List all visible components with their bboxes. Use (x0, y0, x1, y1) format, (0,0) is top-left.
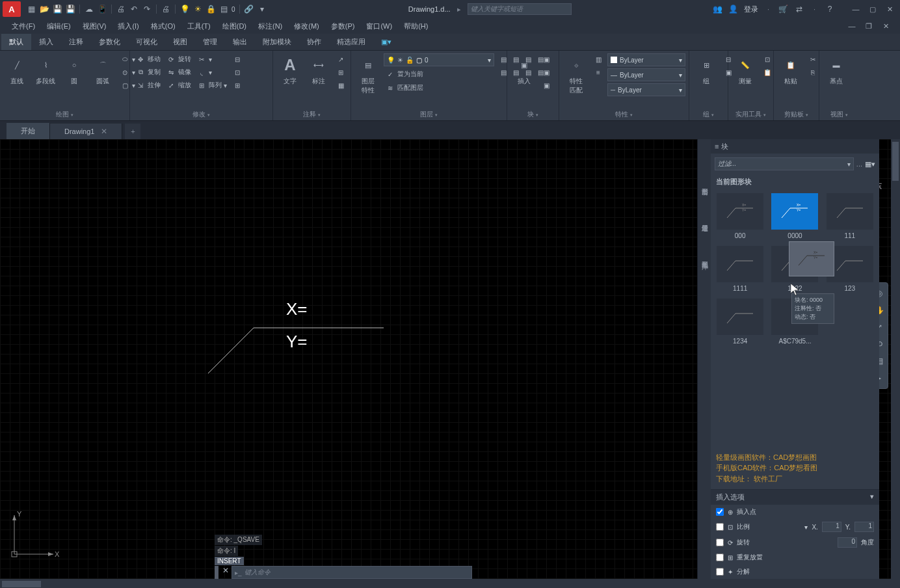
block-item[interactable]: X=Y=000 (715, 193, 765, 239)
open-icon[interactable]: 📂 (39, 4, 49, 14)
scale-button[interactable]: ⤢缩放 (165, 79, 192, 91)
opt-rotate[interactable]: ⟳旋转0角度 (711, 535, 879, 550)
undo-icon[interactable]: ↶ (129, 4, 139, 14)
insert-block-button[interactable]: ▣插入 (511, 53, 537, 87)
doc-restore-button[interactable]: ❐ (861, 21, 877, 31)
opt-insert-point[interactable]: ⊕插入点 (711, 505, 879, 519)
panel-utils-label[interactable]: 实用工具 (732, 109, 769, 120)
block-tool-2[interactable]: ▣ (540, 66, 553, 78)
menu-format[interactable]: 格式(O) (146, 20, 181, 33)
ribbon-tab-output[interactable]: 输出 (225, 34, 255, 50)
sun-icon[interactable]: ☀ (192, 4, 203, 14)
lock-icon[interactable]: 🔒 (205, 4, 216, 14)
circle-button[interactable]: ○圆 (61, 53, 87, 87)
panel-annotate-label[interactable]: 注释 (277, 109, 347, 120)
set-current-layer[interactable]: ✓置为当前 (384, 68, 494, 80)
exchange-icon[interactable]: ⇄ (794, 4, 804, 14)
network-icon[interactable]: 👥 (713, 4, 723, 14)
color-selector[interactable]: ByLayer▾ (607, 53, 685, 66)
trim-button[interactable]: ✂▾ (195, 53, 228, 65)
table-button[interactable]: ⊞ (334, 66, 347, 78)
scrollbar-h[interactable] (0, 579, 900, 588)
linetype-selector[interactable]: ─ByLayer▾ (607, 83, 685, 96)
dimension-button[interactable]: ⟷标注 (306, 53, 332, 87)
ribbon-tab-insert[interactable]: 插入 (31, 34, 61, 50)
maximize-button[interactable]: ▢ (865, 4, 880, 14)
saveas-icon[interactable]: 💾 (65, 4, 75, 14)
ribbon-tab-featured[interactable]: 精选应用 (329, 34, 373, 50)
block-item[interactable]: 111 (825, 193, 875, 239)
text-button[interactable]: A文字 (277, 53, 303, 87)
panel-group-label[interactable]: 组 (693, 109, 724, 120)
panel-props-label[interactable]: 特性 (563, 109, 685, 120)
clip-tool-1[interactable]: ✂ (806, 53, 819, 65)
minimize-button[interactable]: — (848, 4, 864, 14)
clip-tool-2[interactable]: ⎘ (806, 66, 819, 78)
polyline-button[interactable]: ⌇多段线 (33, 53, 59, 87)
close-doc-icon[interactable]: ✕ (101, 127, 107, 136)
menu-help[interactable]: 帮助(H) (399, 20, 433, 33)
menu-parametric[interactable]: 参数(P) (326, 20, 360, 33)
rotate-button[interactable]: ⟳旋转 (165, 53, 192, 65)
measure-button[interactable]: 📏测量 (732, 53, 758, 87)
prop-tool-1[interactable]: ▥ (592, 53, 605, 65)
arc-button[interactable]: ⌒圆弧 (90, 53, 116, 87)
opt-explode[interactable]: ✦分解 (711, 565, 879, 579)
vtab-recent[interactable]: 最近使用 (698, 215, 710, 225)
group-button[interactable]: ⊞组 (693, 53, 719, 87)
menu-file[interactable]: 文件(F) (7, 20, 40, 33)
insert-options-header[interactable]: 插入选项▾ (711, 490, 879, 505)
ribbon-tab-manage[interactable]: 管理 (195, 34, 225, 50)
web-open-icon[interactable]: ☁ (84, 4, 94, 14)
ribbon-tab-default[interactable]: 默认 (1, 34, 31, 50)
modify-icon-1[interactable]: ⊟ (231, 53, 244, 65)
ribbon-tab-annotate[interactable]: 注释 (61, 34, 91, 50)
menu-window[interactable]: 窗口(W) (361, 20, 397, 33)
user-icon[interactable]: 👤 (728, 4, 739, 14)
new-icon[interactable]: ▦ (26, 4, 36, 14)
fillet-button[interactable]: ◟▾ (195, 66, 228, 78)
util-tool-2[interactable]: 📋 (761, 66, 774, 78)
panel-layer-label[interactable]: 图层 (355, 109, 503, 120)
ribbon-tab-parametric[interactable]: 参数化 (91, 34, 128, 50)
ribbon-tab-apps-icon[interactable]: ▣▾ (373, 34, 399, 49)
opt-scale[interactable]: ⊡比例▾X.1Y.1 (711, 519, 879, 535)
opt-repeat[interactable]: ⊞重复放置 (711, 550, 879, 565)
close-button[interactable]: ✕ (882, 4, 897, 14)
match-props-button[interactable]: ⟐特性 匹配 (563, 53, 589, 96)
ribbon-tab-addins[interactable]: 附加模块 (255, 34, 299, 50)
cart-icon[interactable]: 🛒 (778, 4, 789, 14)
mirror-button[interactable]: ⇋镜像 (165, 66, 192, 78)
menu-insert[interactable]: 插入(I) (112, 20, 144, 33)
layer-selector[interactable]: 💡☀🔓▢0▾ (384, 53, 494, 66)
ribbon-tab-view[interactable]: 视图 (165, 34, 195, 50)
vtab-other[interactable]: 其他图形 库 (698, 251, 710, 263)
prop-tool-2[interactable]: ≡ (592, 66, 605, 78)
block-tool-3[interactable]: ▣ (540, 79, 553, 91)
stretch-button[interactable]: ⇲拉伸 (134, 79, 162, 91)
move-button[interactable]: ✥移动 (134, 53, 162, 65)
block-tool-1[interactable]: ▣ (540, 53, 553, 65)
scrollbar-v[interactable] (891, 139, 900, 579)
doc-tab-start[interactable]: 开始 (7, 123, 50, 139)
menu-modify[interactable]: 修改(M) (289, 20, 324, 33)
modify-icon-3[interactable]: ⊞ (231, 79, 244, 91)
menu-dimension[interactable]: 标注(N) (253, 20, 287, 33)
plot-icon[interactable]: 🖨 (116, 4, 126, 14)
command-input[interactable]: ▸_键入命令 (232, 566, 472, 579)
paste-button[interactable]: 📋粘贴 (778, 53, 804, 87)
doc-close-button[interactable]: ✕ (878, 21, 893, 31)
vtab-current[interactable]: 当前图形 (698, 178, 710, 189)
help-icon[interactable]: ? (825, 4, 835, 14)
menu-tools[interactable]: 工具(T) (182, 20, 216, 33)
lineweight-selector[interactable]: —ByLayer▾ (607, 68, 685, 81)
share-icon[interactable]: 🔗 (244, 4, 254, 14)
leader-button[interactable]: ↗ (334, 53, 347, 65)
layer-props-button[interactable]: ▤图层 特性 (355, 53, 381, 96)
layer-icon[interactable]: ▤ (218, 4, 229, 14)
ribbon-tab-collaborate[interactable]: 协作 (299, 34, 329, 50)
base-button[interactable]: ▬基点 (823, 53, 849, 87)
cmd-close-icon[interactable]: ✕ (222, 566, 229, 579)
block-item[interactable]: X=Y=0000 (769, 193, 820, 239)
add-doc-tab[interactable]: + (125, 124, 140, 139)
